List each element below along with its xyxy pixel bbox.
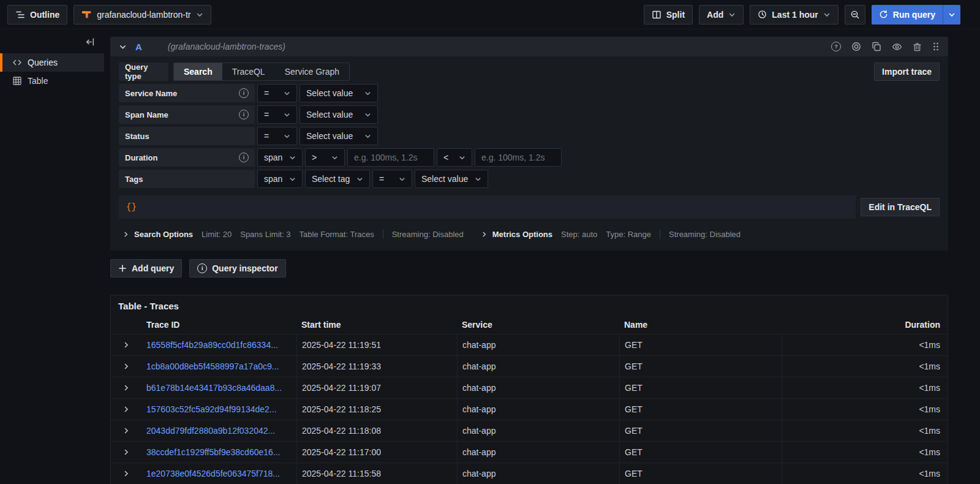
status-operator-select[interactable]: = bbox=[257, 127, 297, 145]
service-cell: chat-app bbox=[457, 335, 619, 355]
trace-id-link[interactable]: 157603c52fc5a92d94f99134de2... bbox=[146, 404, 277, 414]
table-row: 16558f5cf4b29a89cc0d1fc86334... 2025-04-… bbox=[111, 334, 948, 355]
row-expander-icon[interactable] bbox=[111, 442, 141, 463]
service-name-value-select[interactable]: Select value bbox=[300, 84, 378, 102]
duration-lt-operator-select[interactable]: < bbox=[437, 148, 472, 167]
run-query-split-button: Run query bbox=[872, 5, 960, 25]
service-cell: chat-app bbox=[457, 442, 619, 463]
row-expander-icon[interactable] bbox=[111, 463, 141, 484]
start-time-cell: 2025-04-22 11:19:07 bbox=[296, 377, 457, 398]
query-editor-panel: A (grafanacloud-lambtron-traces) ? bbox=[110, 37, 948, 251]
row-expander-icon[interactable] bbox=[111, 356, 141, 377]
trace-id-link[interactable]: 2043dd79fdf2880a9b12f032042... bbox=[146, 426, 275, 436]
metrics-options-type: Type: Range bbox=[606, 230, 651, 239]
sidebar-item-queries[interactable]: Queries bbox=[0, 53, 104, 72]
add-query-button[interactable]: Add query bbox=[110, 259, 182, 278]
search-options-toggle[interactable]: Search Options bbox=[123, 230, 193, 239]
sidebar-item-table[interactable]: Table bbox=[0, 72, 104, 90]
start-time-cell: 2025-04-22 11:15:58 bbox=[296, 463, 457, 484]
duration-min-input[interactable] bbox=[354, 153, 434, 162]
name-cell: GET bbox=[619, 463, 782, 484]
trace-id-link[interactable]: 38ccdef1c1929ff5bf9e38cd60e16... bbox=[146, 447, 280, 457]
duration-cell: <1ms bbox=[782, 377, 948, 398]
column-header-trace-id[interactable]: Trace ID bbox=[141, 320, 296, 330]
status-label: Status bbox=[119, 127, 255, 145]
search-options-limit: Limit: 20 bbox=[202, 230, 232, 239]
tags-value-select[interactable]: Select value bbox=[415, 170, 488, 188]
traceql-preview: {} bbox=[119, 195, 856, 219]
duration-scope-select[interactable]: span bbox=[257, 148, 303, 167]
chevron-down-icon bbox=[284, 112, 290, 118]
span-name-label: Span Name i bbox=[119, 105, 255, 124]
span-name-operator-select[interactable]: = bbox=[257, 105, 297, 124]
split-columns-icon bbox=[652, 10, 662, 20]
split-button[interactable]: Split bbox=[644, 5, 693, 25]
info-icon: i bbox=[239, 153, 249, 162]
divider bbox=[660, 229, 660, 239]
run-query-button[interactable]: Run query bbox=[872, 5, 943, 25]
row-expander-icon[interactable] bbox=[111, 377, 141, 398]
service-cell: chat-app bbox=[457, 420, 619, 441]
duration-cell: <1ms bbox=[782, 463, 948, 484]
outline-button[interactable]: Outline bbox=[7, 5, 67, 25]
name-cell: GET bbox=[619, 399, 782, 420]
sidebar-item-label: Table bbox=[28, 76, 48, 86]
trace-id-link[interactable]: 1cb8a00d8eb5f4588997a17a0c9... bbox=[146, 361, 279, 371]
run-query-interval-dropdown[interactable] bbox=[943, 5, 960, 25]
table-row: 157603c52fc5a92d94f99134de2... 2025-04-2… bbox=[111, 398, 948, 420]
hide-response-eye-icon[interactable] bbox=[892, 42, 902, 52]
add-button[interactable]: Add bbox=[699, 5, 744, 25]
metrics-options-toggle[interactable]: Metrics Options bbox=[481, 230, 552, 239]
tags-operator-select[interactable]: = bbox=[372, 170, 412, 188]
disable-query-icon[interactable] bbox=[851, 42, 861, 51]
chevron-down-icon bbox=[289, 176, 296, 183]
search-options-table-format: Table Format: Traces bbox=[300, 230, 374, 239]
chevron-down-icon bbox=[364, 133, 371, 140]
start-time-cell: 2025-04-22 11:17:00 bbox=[296, 442, 457, 463]
trace-id-link[interactable]: b61e78b14e43417b93c8a46daa8... bbox=[146, 383, 282, 393]
query-inspector-button[interactable]: i Query inspector bbox=[189, 259, 285, 278]
duration-gt-operator-select[interactable]: > bbox=[305, 148, 345, 167]
row-expander-icon[interactable] bbox=[111, 335, 141, 355]
row-expander-icon[interactable] bbox=[111, 399, 141, 420]
collapse-outline-icon[interactable] bbox=[85, 37, 96, 47]
tab-search[interactable]: Search bbox=[174, 63, 222, 80]
service-cell: chat-app bbox=[457, 377, 619, 398]
column-header-duration[interactable]: Duration bbox=[782, 320, 948, 330]
time-range-picker[interactable]: Last 1 hour bbox=[750, 5, 838, 25]
datasource-picker[interactable]: grafanacloud-lambtron-tr bbox=[74, 5, 211, 25]
trace-id-link[interactable]: 16558f5cf4b29a89cc0d1fc86334... bbox=[146, 340, 278, 350]
query-ref-id[interactable]: A bbox=[135, 42, 142, 52]
span-name-value-select[interactable]: Select value bbox=[300, 105, 378, 124]
chevron-right-icon bbox=[481, 231, 488, 238]
column-header-name[interactable]: Name bbox=[619, 320, 782, 330]
collapse-query-chevron-icon[interactable] bbox=[119, 43, 127, 51]
tags-tag-select[interactable]: Select tag bbox=[305, 170, 370, 188]
edit-in-traceql-button[interactable]: Edit in TraceQL bbox=[861, 198, 940, 216]
tab-service-graph[interactable]: Service Graph bbox=[275, 63, 349, 80]
explore-main: A (grafanacloud-lambtron-traces) ? bbox=[104, 29, 980, 484]
panel-title: Table - Traces bbox=[111, 295, 948, 316]
drag-handle-grip-icon[interactable] bbox=[932, 42, 940, 51]
service-name-operator-select[interactable]: = bbox=[257, 84, 297, 102]
column-header-service[interactable]: Service bbox=[457, 320, 619, 330]
status-value-select[interactable]: Select value bbox=[300, 127, 378, 145]
trace-id-link[interactable]: 1e20738e0f4526d5fe063475f718... bbox=[146, 469, 280, 478]
column-header-start-time[interactable]: Start time bbox=[296, 320, 457, 330]
table-row: 38ccdef1c1929ff5bf9e38cd60e16... 2025-04… bbox=[111, 441, 948, 463]
tags-scope-select[interactable]: span bbox=[257, 170, 303, 188]
query-type-label: Query type bbox=[119, 62, 168, 81]
remove-query-trash-icon[interactable] bbox=[913, 42, 922, 51]
info-icon: i bbox=[239, 110, 249, 119]
help-icon[interactable]: ? bbox=[831, 42, 841, 51]
tab-traceql[interactable]: TraceQL bbox=[222, 63, 275, 80]
chevron-right-icon bbox=[123, 231, 129, 238]
zoom-out-button[interactable] bbox=[845, 5, 865, 25]
row-expander-icon[interactable] bbox=[111, 420, 141, 441]
duration-max-input[interactable] bbox=[481, 153, 561, 162]
start-time-cell: 2025-04-22 11:19:51 bbox=[296, 335, 457, 355]
chevron-down-icon bbox=[823, 11, 831, 18]
import-trace-button[interactable]: Import trace bbox=[874, 62, 940, 81]
divider bbox=[383, 229, 383, 239]
duplicate-query-icon[interactable] bbox=[872, 42, 881, 51]
